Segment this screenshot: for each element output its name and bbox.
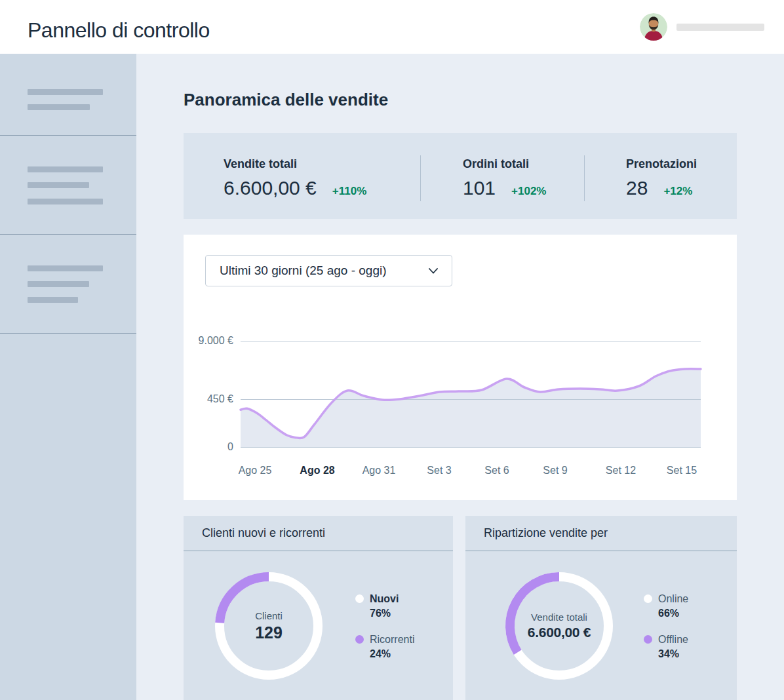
stat-label: Vendite totali bbox=[224, 157, 366, 170]
stats-divider bbox=[420, 155, 421, 201]
legend: Nuovi76%Ricorrenti24% bbox=[355, 593, 414, 660]
svg-text:0: 0 bbox=[227, 441, 233, 452]
sidebar-divider bbox=[0, 333, 136, 334]
customers-card-title: Clienti nuovi e ricorrenti bbox=[184, 516, 453, 551]
stat-value: 6.600,00 € bbox=[224, 177, 317, 199]
chevron-down-icon bbox=[429, 268, 438, 274]
legend-dot bbox=[355, 635, 364, 644]
sidebar-skeleton-bar bbox=[28, 182, 89, 188]
svg-text:450 €: 450 € bbox=[207, 393, 233, 404]
svg-text:Set 9: Set 9 bbox=[543, 465, 567, 476]
sidebar-skeleton-bar bbox=[28, 199, 103, 204]
stat-delta: +12% bbox=[663, 185, 692, 198]
svg-text:Ago 28: Ago 28 bbox=[300, 465, 334, 476]
stat-value: 101 bbox=[463, 177, 496, 199]
donut-center-label: Vendite totali bbox=[531, 612, 587, 623]
svg-text:Set 12: Set 12 bbox=[606, 465, 636, 476]
sales-split-card-title: Ripartizione vendite per bbox=[465, 516, 737, 551]
svg-text:Set 6: Set 6 bbox=[484, 465, 509, 476]
legend-dot bbox=[644, 594, 652, 603]
sidebar bbox=[0, 54, 136, 700]
svg-text:Ago 25: Ago 25 bbox=[239, 465, 272, 476]
svg-text:9.000 €: 9.000 € bbox=[199, 335, 233, 346]
legend-label: Online bbox=[658, 593, 688, 605]
date-range-label: Ultimi 30 giorni (25 ago - oggi) bbox=[220, 263, 387, 278]
date-range-dropdown[interactable]: Ultimi 30 giorni (25 ago - oggi) bbox=[205, 255, 452, 286]
sidebar-skeleton-bar bbox=[28, 297, 78, 303]
sidebar-divider bbox=[0, 234, 136, 235]
svg-text:Set 3: Set 3 bbox=[427, 465, 451, 476]
legend-dot bbox=[644, 635, 652, 644]
legend-value: 34% bbox=[658, 648, 688, 660]
donut-center-label: Clienti bbox=[255, 610, 283, 621]
sidebar-divider bbox=[0, 135, 136, 136]
sidebar-skeleton-bar bbox=[28, 104, 90, 110]
legend-value: 76% bbox=[370, 608, 414, 619]
stat-value: 28 bbox=[626, 177, 648, 199]
donut-center-value: 129 bbox=[255, 623, 283, 642]
svg-text:Set 15: Set 15 bbox=[667, 465, 697, 476]
customers-card: Clienti nuovi e ricorrenti Clienti 129 N… bbox=[184, 516, 453, 700]
legend-item-offline: Offline34% bbox=[644, 634, 688, 660]
legend-label: Nuovi bbox=[370, 593, 414, 605]
legend-dot bbox=[355, 594, 364, 603]
stats-divider bbox=[584, 155, 585, 201]
stat-label: Prenotazioni bbox=[626, 157, 697, 170]
legend-item-online: Online66% bbox=[644, 593, 688, 619]
sales-chart-card: 0450 €9.000 €Ago 25Ago 28Ago 31Set 3Set … bbox=[184, 235, 737, 500]
legend-label: Offline bbox=[658, 634, 688, 646]
avatar[interactable] bbox=[640, 13, 667, 41]
donut-center: Clienti 129 bbox=[211, 568, 326, 684]
sidebar-skeleton-bar bbox=[28, 265, 103, 271]
stat-ordini-totali: Ordini totali101+102% bbox=[463, 157, 546, 199]
legend-value: 24% bbox=[370, 648, 414, 660]
sales-split-card: Ripartizione vendite per Vendite totali … bbox=[465, 516, 737, 700]
stats-card: Vendite totali6.600,00 €+110%Ordini tota… bbox=[184, 133, 737, 219]
donut-center: Vendite totali 6.600,00 € bbox=[501, 568, 617, 684]
stat-label: Ordini totali bbox=[463, 157, 546, 170]
stat-vendite-totali: Vendite totali6.600,00 €+110% bbox=[224, 157, 366, 199]
svg-text:Ago 31: Ago 31 bbox=[363, 465, 396, 476]
avatar-illustration bbox=[640, 13, 667, 41]
top-header: Pannello di controllo bbox=[0, 0, 784, 54]
app-title: Pannello di controllo bbox=[28, 18, 210, 42]
stat-delta: +110% bbox=[332, 185, 366, 198]
legend-item-nuovi: Nuovi76% bbox=[355, 593, 414, 619]
legend-value: 66% bbox=[658, 608, 688, 619]
stat-delta: +102% bbox=[511, 185, 546, 198]
sidebar-skeleton-bar bbox=[28, 166, 103, 172]
header-skeleton-bar bbox=[676, 24, 764, 31]
donut-center-value: 6.600,00 € bbox=[528, 625, 591, 640]
page-title: Panoramica delle vendite bbox=[184, 90, 388, 110]
legend: Online66%Offline34% bbox=[644, 593, 688, 660]
stat-prenotazioni: Prenotazioni28+12% bbox=[626, 157, 697, 199]
legend-label: Ricorrenti bbox=[370, 634, 414, 646]
sidebar-skeleton-bar bbox=[28, 89, 103, 95]
sidebar-skeleton-bar bbox=[28, 281, 89, 287]
legend-item-ricorrenti: Ricorrenti24% bbox=[355, 634, 414, 660]
